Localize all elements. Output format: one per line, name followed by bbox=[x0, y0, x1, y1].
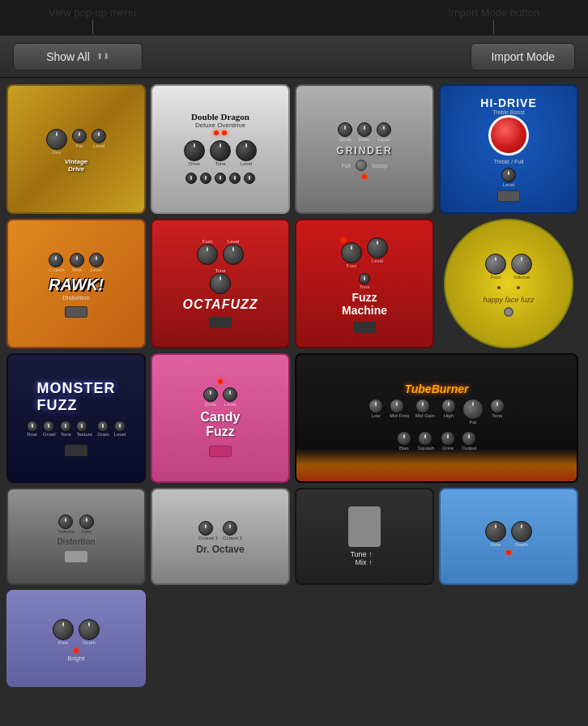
show-all-button[interactable]: Show All ⬆⬇ bbox=[13, 43, 143, 70]
knob bbox=[97, 421, 109, 432]
knob bbox=[377, 122, 391, 137]
knob bbox=[58, 515, 73, 529]
list-item[interactable]: Rate Depth Bright bbox=[6, 590, 146, 687]
list-item[interactable]: Fuzz Level Tone FuzzMachine bbox=[295, 219, 434, 348]
pedal-name-label: TubeBurner bbox=[404, 382, 468, 395]
knob bbox=[210, 140, 231, 161]
list-item[interactable]: TubeBurner Low Mid Freq Mid Gain bbox=[295, 353, 578, 483]
led-indicator bbox=[506, 550, 511, 555]
list-item[interactable]: Dev Fat Level VintageDrive bbox=[6, 84, 146, 214]
knob bbox=[357, 122, 372, 137]
knob bbox=[462, 431, 476, 446]
knob bbox=[511, 521, 532, 542]
knob bbox=[203, 387, 218, 402]
knob bbox=[215, 173, 226, 184]
knob bbox=[338, 122, 352, 137]
import-mode-button[interactable]: Import Mode bbox=[471, 43, 575, 70]
knob bbox=[76, 421, 87, 432]
led-indicator bbox=[341, 237, 346, 242]
toggle-switch[interactable] bbox=[209, 446, 232, 457]
list-item[interactable]: Grind Filter Level GRINDER Full Scoop bbox=[295, 84, 434, 214]
knob bbox=[210, 273, 231, 294]
pedal-name-label: CandyFuzz bbox=[201, 410, 241, 439]
import-mode-annotation: Import Mode button bbox=[448, 6, 539, 34]
list-item[interactable]: Fuzz Volume happy face fuzz bbox=[444, 219, 573, 348]
knob bbox=[244, 173, 255, 184]
knob bbox=[229, 173, 241, 184]
list-item[interactable]: MONSTERFUZZ Roar Growl Tone bbox=[6, 353, 146, 483]
knob bbox=[60, 421, 71, 432]
knob bbox=[223, 244, 244, 265]
list-item[interactable]: Tune ↑ Mix ↑ bbox=[295, 488, 434, 585]
knob bbox=[200, 173, 211, 184]
knob bbox=[511, 254, 532, 275]
knob bbox=[236, 140, 257, 161]
knob bbox=[223, 387, 237, 402]
knob bbox=[367, 237, 388, 258]
knob bbox=[53, 619, 74, 640]
list-item[interactable]: HI-DRIVE Treble Boost Treble / Full Leve… bbox=[439, 84, 578, 214]
knob bbox=[359, 273, 370, 284]
pedal-name-label: OCTAFUZZ bbox=[182, 297, 258, 312]
knob bbox=[43, 421, 54, 432]
knob bbox=[79, 619, 100, 640]
knob bbox=[46, 129, 67, 150]
knob bbox=[223, 521, 237, 536]
pedal-name-label: VintageDrive bbox=[65, 158, 88, 173]
pedal-name-label: Dr. Octave bbox=[196, 544, 244, 555]
knob bbox=[185, 173, 197, 184]
knob bbox=[397, 431, 411, 446]
pedal-name-label: HI-DRIVE bbox=[480, 96, 536, 109]
knob bbox=[79, 515, 94, 529]
knob bbox=[49, 253, 63, 267]
toggle-switch[interactable] bbox=[209, 317, 232, 328]
pedal-name-label: Double Dragon bbox=[191, 112, 249, 122]
toggle-switch[interactable] bbox=[65, 445, 87, 456]
toggle-switch[interactable] bbox=[497, 190, 520, 202]
pedal-name-label: GRINDER bbox=[336, 145, 392, 156]
pedal-name-label: happy face fuzz bbox=[483, 296, 534, 304]
led-indicator bbox=[74, 648, 79, 653]
list-item[interactable]: Crunch Tone Level RAWK! Distortion bbox=[6, 219, 146, 348]
knob bbox=[490, 399, 505, 413]
knob bbox=[356, 160, 367, 171]
knob-label-bright: Bright bbox=[68, 655, 85, 662]
footswitch[interactable] bbox=[504, 307, 513, 317]
knob bbox=[501, 168, 516, 182]
toggle-switch[interactable] bbox=[353, 322, 376, 333]
pedal-grid: Dev Fat Level VintageDrive Double Dragon bbox=[6, 84, 582, 687]
annotation-line-right bbox=[493, 20, 494, 34]
knob bbox=[197, 244, 218, 265]
pedal-body bbox=[348, 506, 381, 547]
list-item[interactable]: Octave 1 Octave 2 Dr. Octave bbox=[151, 488, 290, 585]
toggle-switch[interactable] bbox=[65, 306, 87, 318]
knob bbox=[369, 399, 383, 413]
led-indicator bbox=[218, 379, 223, 384]
list-item[interactable]: Double Dragon Deluxe Overdrive Drive Ton… bbox=[151, 84, 290, 214]
led-indicator bbox=[214, 130, 219, 135]
led-indicator bbox=[222, 130, 227, 135]
knob bbox=[92, 129, 106, 143]
knob bbox=[485, 521, 506, 542]
pedal-name-label: Distortion bbox=[57, 537, 95, 546]
knob bbox=[462, 399, 484, 420]
list-item[interactable]: Volume Filter Distortion bbox=[6, 488, 146, 585]
knob bbox=[114, 421, 126, 432]
pedal-name-label: Tune ↑ Mix ↑ bbox=[350, 550, 378, 566]
knob bbox=[488, 115, 529, 156]
knob bbox=[184, 140, 205, 161]
list-item[interactable]: Rate Depth bbox=[439, 488, 578, 585]
chevron-down-icon: ⬆⬇ bbox=[96, 52, 109, 61]
list-item[interactable]: Fuzz Level Tone OCTAFUZZ bbox=[151, 219, 290, 348]
happy-face-decoration bbox=[497, 286, 520, 289]
toggle-switch[interactable] bbox=[65, 551, 87, 562]
pedal-grid-container[interactable]: Dev Fat Level VintageDrive Double Dragon bbox=[0, 78, 588, 726]
annotations-area: View pop-up menu Import Mode button bbox=[0, 0, 588, 41]
list-item[interactable]: Drive Level CandyFuzz bbox=[151, 353, 290, 483]
pedal-name-label: RAWK! bbox=[49, 275, 104, 294]
knob bbox=[27, 421, 38, 432]
annotation-line-left bbox=[92, 20, 93, 34]
pedal-name-label: MONSTERFUZZ bbox=[37, 380, 116, 414]
toolbar: Show All ⬆⬇ Import Mode bbox=[0, 36, 588, 78]
knob bbox=[441, 431, 455, 446]
